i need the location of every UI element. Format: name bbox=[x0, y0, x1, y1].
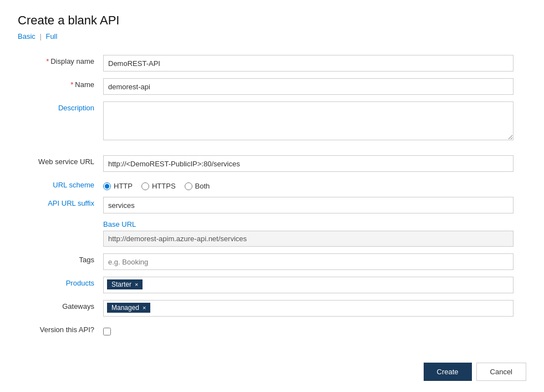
product-tag-starter-label: Starter bbox=[111, 281, 131, 288]
url-scheme-label: URL scheme bbox=[18, 175, 101, 194]
web-service-url-label: Web service URL bbox=[18, 152, 101, 175]
tab-links: Basic | Full bbox=[18, 32, 526, 40]
create-button[interactable]: Create bbox=[424, 363, 472, 381]
api-url-suffix-input[interactable] bbox=[103, 197, 514, 213]
description-label: Description bbox=[18, 98, 101, 145]
web-service-url-input[interactable] bbox=[103, 155, 514, 172]
radio-both[interactable]: Both bbox=[185, 182, 210, 190]
gateways-label: Gateways bbox=[18, 297, 101, 320]
tags-row: Tags bbox=[18, 250, 526, 273]
required-star-name: * bbox=[70, 80, 73, 89]
base-url-label-cell bbox=[18, 217, 101, 250]
products-row: Products Starter × bbox=[18, 273, 526, 297]
products-input-wrapper[interactable]: Starter × bbox=[103, 277, 514, 293]
version-api-label: Version this API? bbox=[18, 320, 101, 340]
radio-https[interactable]: HTTPS bbox=[141, 182, 176, 190]
url-scheme-row: URL scheme HTTP HTTPS Both bbox=[18, 175, 526, 194]
url-scheme-radio-group: HTTP HTTPS Both bbox=[103, 179, 524, 190]
version-api-cell bbox=[101, 320, 526, 340]
display-name-input[interactable] bbox=[103, 55, 514, 72]
display-name-label: *Display name bbox=[18, 52, 101, 75]
version-api-checkbox[interactable] bbox=[103, 328, 111, 335]
gateways-row: Gateways Managed × bbox=[18, 297, 526, 320]
version-api-row: Version this API? bbox=[18, 320, 526, 340]
buttons-row: Create Cancel bbox=[18, 363, 526, 381]
base-url-row: Base URL http://demorest-apim.azure-api.… bbox=[18, 217, 526, 250]
radio-http-input[interactable] bbox=[103, 182, 111, 190]
products-label: Products bbox=[18, 273, 101, 297]
spacer-row bbox=[18, 145, 526, 152]
name-label: *Name bbox=[18, 75, 101, 98]
gateway-tag-managed: Managed × bbox=[107, 303, 150, 313]
description-cell bbox=[101, 98, 526, 145]
gateways-cell: Managed × bbox=[101, 297, 526, 320]
api-url-suffix-label: API URL suffix bbox=[18, 194, 101, 217]
tab-full[interactable]: Full bbox=[45, 32, 57, 40]
tab-separator: | bbox=[39, 32, 41, 40]
tags-label: Tags bbox=[18, 250, 101, 273]
url-scheme-cell: HTTP HTTPS Both bbox=[101, 175, 526, 194]
web-service-url-cell bbox=[101, 152, 526, 175]
description-input[interactable] bbox=[103, 101, 514, 140]
tags-input[interactable] bbox=[103, 253, 514, 270]
name-cell bbox=[101, 75, 526, 98]
gateway-tag-managed-label: Managed bbox=[111, 304, 139, 312]
radio-http[interactable]: HTTP bbox=[103, 182, 133, 190]
api-url-suffix-cell bbox=[101, 194, 526, 217]
product-tag-starter-remove[interactable]: × bbox=[135, 281, 138, 288]
tags-cell bbox=[101, 250, 526, 273]
display-name-cell bbox=[101, 52, 526, 75]
api-url-suffix-row: API URL suffix bbox=[18, 194, 526, 217]
gateway-tag-managed-remove[interactable]: × bbox=[143, 304, 146, 311]
name-input[interactable] bbox=[103, 78, 514, 95]
products-cell: Starter × bbox=[101, 273, 526, 297]
description-row: Description bbox=[18, 98, 526, 145]
create-api-form: *Display name *Name Description bbox=[18, 52, 526, 340]
radio-both-input[interactable] bbox=[185, 182, 192, 190]
tab-basic[interactable]: Basic bbox=[18, 32, 35, 40]
gateways-input-wrapper[interactable]: Managed × bbox=[103, 300, 514, 317]
base-url-label: Base URL bbox=[103, 220, 524, 228]
base-url-value: http://demorest-apim.azure-api.net/servi… bbox=[103, 231, 514, 247]
product-tag-starter: Starter × bbox=[107, 279, 143, 289]
required-star-display-name: * bbox=[46, 57, 49, 65]
radio-https-input[interactable] bbox=[141, 182, 149, 190]
display-name-row: *Display name bbox=[18, 52, 526, 75]
page-title: Create a blank API bbox=[18, 13, 526, 28]
web-service-url-row: Web service URL bbox=[18, 152, 526, 175]
products-input[interactable] bbox=[145, 279, 510, 291]
name-row: *Name bbox=[18, 75, 526, 98]
cancel-button[interactable]: Cancel bbox=[476, 363, 526, 381]
gateways-input[interactable] bbox=[152, 302, 510, 314]
base-url-cell: Base URL http://demorest-apim.azure-api.… bbox=[101, 217, 526, 250]
